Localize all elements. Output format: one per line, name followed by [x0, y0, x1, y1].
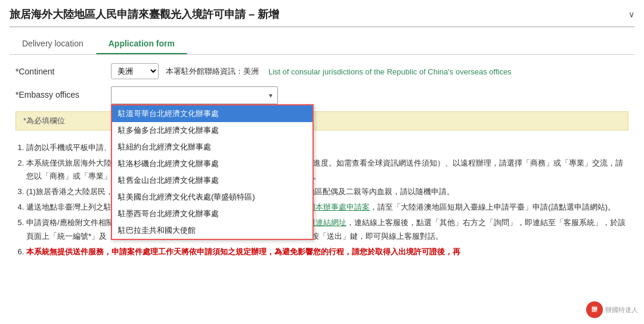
embassy-option[interactable]: 駐紐約台北經濟文化辦事處	[112, 139, 312, 155]
embassy-option[interactable]: 駐溫哥華台北經濟文化辦事處	[112, 105, 312, 122]
embassy-option[interactable]: 駐美國台北經濟文化代表處(華盛頓特區)	[112, 189, 312, 205]
form-section: *Continent 美洲 亞洲 歐洲 非洲 大洋洲 本署駐外館聯絡資訊：美洲 …	[10, 63, 634, 258]
embassy-dropdown-wrapper: ▼ 駐溫哥華台北經濟文化辦事處駐多倫多台北經濟文化辦事處駐紐約台北經濟文化辦事處…	[111, 86, 278, 104]
embassy-option[interactable]: 駐巴拉圭共和國大使館	[112, 222, 312, 239]
consular-link[interactable]: List of consular jurisdictions of the Re…	[268, 67, 512, 76]
notes-section: 請勿以手機或平板申請、上傳文件。 本系統僅供旅居海外大陸地區人民申請，並提供旅行…	[16, 141, 628, 258]
continent-info: 本署駐外館聯絡資訊：美洲	[166, 66, 259, 77]
tab-delivery[interactable]: Delivery location	[10, 33, 96, 54]
embassy-option[interactable]: 駐墨西哥台北經濟文化辦事處	[112, 205, 312, 222]
tabs-bar: Delivery location Application form	[10, 33, 634, 55]
red-notice: 本系統無提供送件服務，申請案件處理工作天將依申請須知之規定辦理，為避免影響您的行…	[26, 247, 460, 256]
embassy-dropdown-list: 駐溫哥華台北經濟文化辦事處駐多倫多台北經濟文化辦事處駐紐約台北經濟文化辦事處駐洛…	[111, 104, 314, 240]
watermark: 辦 辦國特達人	[586, 301, 638, 318]
continent-label: *Continent	[16, 63, 111, 76]
dropdown-arrow-icon: ▼	[268, 92, 274, 99]
notes-list: 請勿以手機或平板申請、上傳文件。 本系統僅供旅居海外大陸地區人民申請，並提供旅行…	[16, 141, 628, 258]
required-notice: *為必填欄位	[16, 111, 628, 130]
watermark-text: 辦國特達人	[605, 306, 638, 314]
embassy-option[interactable]: 駐舊金山台北經濟文化辦事處	[112, 172, 312, 189]
embassy-option[interactable]: 駐洛杉磯台北經濟文化辦事處	[112, 155, 312, 172]
embassy-row: *Embassy offices ▼ 駐溫哥華台北經濟文化辦事處駐多倫多台北經濟…	[16, 86, 628, 104]
page-title: 旅居海外大陸地區人民申請來臺觀光入境許可申請 – 新增	[10, 7, 279, 21]
embassy-controls: ▼ 駐溫哥華台北經濟文化辦事處駐多倫多台北經濟文化辦事處駐紐約台北經濟文化辦事處…	[111, 86, 278, 104]
continent-row: *Continent 美洲 亞洲 歐洲 非洲 大洋洲 本署駐外館聯絡資訊：美洲 …	[16, 63, 628, 79]
tab-application[interactable]: Application form	[96, 33, 187, 54]
continent-controls: 美洲 亞洲 歐洲 非洲 大洋洲 本署駐外館聯絡資訊：美洲 List of con…	[111, 63, 512, 79]
page-title-bar: 旅居海外大陸地區人民申請來臺觀光入境許可申請 – 新增 ∨	[10, 7, 634, 27]
list-item: 本系統無提供送件服務，申請案件處理工作天將依申請須知之規定辦理，為避免影響您的行…	[26, 245, 628, 258]
continent-select[interactable]: 美洲 亞洲 歐洲 非洲 大洋洲	[111, 63, 159, 79]
watermark-icon: 辦	[586, 301, 603, 318]
embassy-label: *Embassy offices	[16, 86, 111, 99]
chevron-down-icon[interactable]: ∨	[628, 10, 634, 19]
embassy-option[interactable]: 駐多倫多台北經濟文化辦事處	[112, 122, 312, 139]
embassy-select-box[interactable]: ▼	[111, 86, 278, 104]
